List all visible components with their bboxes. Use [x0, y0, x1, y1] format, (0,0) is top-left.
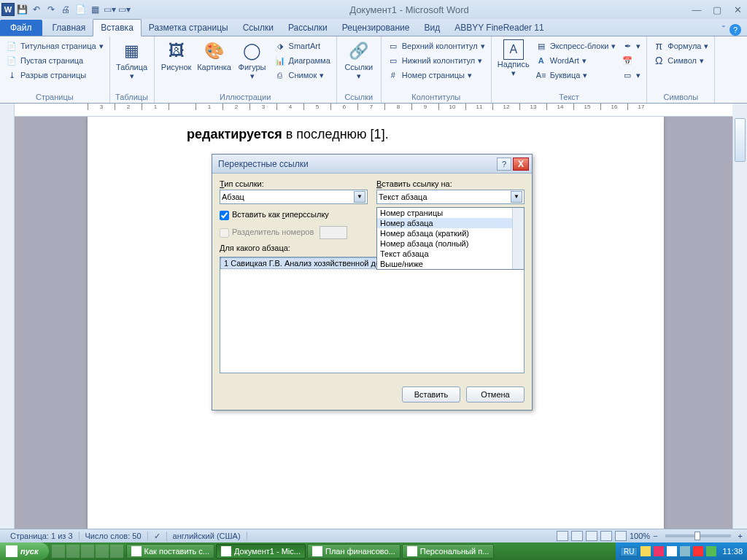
dialog-help-icon[interactable]: ?: [497, 158, 511, 171]
view-fullscreen-icon[interactable]: [571, 531, 583, 541]
status-page[interactable]: Страница: 1 из 3: [4, 532, 80, 540]
dropdown-option[interactable]: Номер абзаца: [377, 218, 524, 228]
system-tray: RU 11:38: [616, 542, 747, 560]
dropdown-option[interactable]: Номер абзаца (полный): [377, 238, 524, 249]
clock[interactable]: 11:38: [719, 547, 743, 556]
chevron-down-icon[interactable]: ▼: [511, 191, 522, 203]
zoom-level[interactable]: 100%: [630, 532, 650, 540]
smartart-button[interactable]: ⬗SmartArt: [273, 39, 332, 52]
taskbar-item[interactable]: Как поставить с...: [126, 544, 214, 559]
tab-insert[interactable]: Вставка: [93, 19, 142, 36]
file-tab[interactable]: Файл: [0, 20, 42, 36]
picture-button[interactable]: 🖼Рисунок: [159, 39, 194, 71]
zoom-in-icon[interactable]: +: [738, 532, 743, 540]
tray-icon[interactable]: [693, 546, 703, 556]
tray-icon[interactable]: [654, 546, 664, 556]
chevron-down-icon[interactable]: ▼: [354, 191, 365, 203]
ql-icon[interactable]: [96, 545, 109, 558]
tab-abbyy[interactable]: ABBYY FineReader 11: [447, 20, 551, 36]
ql-icon[interactable]: [110, 545, 123, 558]
ql-icon[interactable]: [66, 545, 80, 558]
dropdown-option[interactable]: Номер абзаца (краткий): [377, 228, 524, 238]
status-language[interactable]: английский (США): [167, 532, 247, 540]
language-indicator[interactable]: RU: [620, 547, 638, 556]
tab-view[interactable]: Вид: [417, 20, 447, 36]
ql-icon[interactable]: [81, 545, 94, 558]
taskbar-item[interactable]: План финансово...: [307, 544, 400, 559]
tab-home[interactable]: Главная: [45, 20, 93, 36]
start-button[interactable]: пуск: [0, 542, 49, 560]
restore-icon[interactable]: ▢: [709, 4, 725, 15]
hyperlink-button[interactable]: 🔗Ссылки▾: [341, 39, 376, 81]
tab-mailings[interactable]: Рассылки: [281, 20, 335, 36]
taskbar-item[interactable]: Персональный п...: [402, 544, 495, 559]
dropdown-option[interactable]: Номер страницы: [377, 208, 524, 218]
cancel-button[interactable]: Отмена: [466, 386, 525, 402]
tray-icon[interactable]: [680, 546, 690, 556]
redo-icon[interactable]: ↷: [45, 4, 57, 15]
tray-icon[interactable]: [706, 546, 716, 556]
vertical-scrollbar[interactable]: [732, 117, 747, 529]
view-outline-icon[interactable]: [600, 531, 612, 541]
ql-icon[interactable]: [52, 545, 65, 558]
insert-button[interactable]: Вставить: [402, 386, 460, 402]
signature-icon[interactable]: ✒▾: [620, 39, 642, 52]
save-icon[interactable]: 💾: [16, 4, 28, 15]
dialog-close-icon[interactable]: X: [513, 158, 529, 171]
tray-icon[interactable]: [640, 546, 651, 556]
styles-icon[interactable]: ▭▾: [118, 4, 130, 15]
zoom-out-icon[interactable]: −: [653, 532, 657, 540]
ref-type-combo[interactable]: Абзац▼: [220, 190, 368, 204]
footer-button[interactable]: ▭Нижний колонтитул ▾: [386, 54, 487, 67]
symbol-button[interactable]: ΩСимвол ▾: [651, 54, 710, 67]
help-icon[interactable]: ?: [729, 24, 741, 36]
textbox-button[interactable]: AНадпись▾: [496, 39, 531, 78]
tab-review[interactable]: Рецензирование: [335, 20, 417, 36]
title-page-button[interactable]: 📄Титульная страница ▾: [4, 39, 105, 52]
quickparts-button[interactable]: ▤Экспресс-блоки ▾: [534, 39, 618, 52]
tray-icon[interactable]: [667, 546, 677, 556]
close-icon[interactable]: ✕: [729, 4, 746, 15]
view-draft-icon[interactable]: [615, 531, 627, 541]
group-headers: ▭Верхний колонтитул ▾ ▭Нижний колонтитул…: [382, 36, 492, 103]
clipart-button[interactable]: 🎨Картинка: [197, 39, 232, 71]
view-print-layout-icon[interactable]: [557, 531, 568, 541]
ruler-toggle-icon[interactable]: [732, 104, 747, 117]
dropdown-option[interactable]: Выше/ниже: [377, 259, 524, 269]
taskbar-item[interactable]: Документ1 - Mic...: [216, 544, 306, 559]
wordart-button[interactable]: AWordArt ▾: [534, 54, 618, 67]
datetime-icon[interactable]: 📅: [620, 54, 642, 67]
table-button[interactable]: ▦Таблица▾: [115, 39, 150, 81]
chart-button[interactable]: 📊Диаграмма: [273, 54, 332, 67]
insert-ref-combo[interactable]: Текст абзаца▼: [376, 190, 525, 204]
scrollbar-thumb[interactable]: [735, 118, 746, 162]
screenshot-button[interactable]: ⎙Снимок ▾: [273, 69, 332, 82]
dropcap-button[interactable]: A≡Буквица ▾: [534, 69, 618, 82]
insert-table-icon[interactable]: ▦: [89, 4, 101, 15]
ribbon-minimize-icon[interactable]: ˇ: [722, 25, 725, 35]
page-break-button[interactable]: ⤓Разрыв страницы: [4, 69, 105, 82]
zoom-slider[interactable]: [665, 534, 731, 537]
tab-layout[interactable]: Разметка страницы: [142, 20, 236, 36]
status-proofing-icon[interactable]: ✓: [148, 532, 167, 541]
app-icon: W: [1, 3, 15, 16]
dropdown-option[interactable]: Текст абзаца: [377, 249, 524, 259]
document-text[interactable]: редактируется в последнюю [1].: [187, 127, 389, 142]
object-icon[interactable]: ▭▾: [620, 69, 642, 82]
view-web-icon[interactable]: [586, 531, 597, 541]
undo-icon[interactable]: ↶: [31, 4, 42, 15]
print-icon[interactable]: 🖨: [60, 4, 71, 15]
borders-icon[interactable]: ▭▾: [104, 4, 115, 15]
header-button[interactable]: ▭Верхний колонтитул ▾: [386, 39, 487, 52]
minimize-icon[interactable]: ―: [689, 4, 705, 15]
pagenumber-button[interactable]: #Номер страницы ▾: [386, 69, 487, 82]
tab-references[interactable]: Ссылки: [236, 20, 281, 36]
new-doc-icon[interactable]: 📄: [74, 4, 86, 15]
equation-button[interactable]: πФормула ▾: [651, 39, 710, 52]
paragraph-list[interactable]: 1 Савицкая Г.В. Анализ хозяйственной де: [220, 257, 525, 373]
blank-page-button[interactable]: 📄Пустая страница: [4, 54, 105, 67]
shapes-button[interactable]: ◯Фигуры▾: [235, 39, 270, 81]
dialog-titlebar[interactable]: Перекрестные ссылки ? X: [212, 155, 532, 174]
status-words[interactable]: Число слов: 50: [80, 532, 148, 540]
as-hyperlink-checkbox[interactable]: [220, 211, 229, 220]
